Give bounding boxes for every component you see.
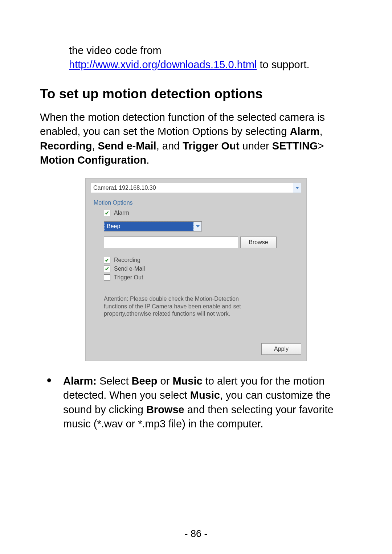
para-t6: > bbox=[318, 140, 324, 152]
trigger-option-row: ✔ Trigger Out bbox=[104, 274, 301, 281]
alarm-mode-select[interactable]: Beep bbox=[104, 221, 202, 231]
page-number: - 86 - bbox=[0, 528, 392, 539]
sendmail-checkbox[interactable]: ✔ bbox=[104, 266, 110, 272]
music-path-input[interactable] bbox=[104, 237, 238, 248]
alarm-bullet: ● Alarm: Select Beep or Music to alert y… bbox=[40, 374, 352, 431]
para-t5: under bbox=[240, 140, 272, 152]
camera-select-chevron[interactable] bbox=[293, 183, 301, 193]
document-page: the video code from http://www.xvid.org/… bbox=[0, 0, 392, 554]
intro-paragraph: the video code from http://www.xvid.org/… bbox=[69, 44, 352, 72]
sendmail-option-row: ✔ Send e-Mail bbox=[104, 266, 301, 272]
recording-option-row: ✔ Recording bbox=[104, 257, 301, 263]
para-b4: Trigger Out bbox=[183, 140, 239, 152]
apply-row: Apply bbox=[91, 343, 301, 355]
bullet-text: Alarm: Select Beep or Music to alert you… bbox=[63, 374, 352, 431]
intro-post: to support. bbox=[257, 59, 309, 70]
body-paragraph: When the motion detection function of th… bbox=[40, 110, 352, 167]
trigger-label: Trigger Out bbox=[114, 274, 143, 281]
bl-t1: Select bbox=[97, 375, 132, 387]
attention-text: Attention: Please double check the Motio… bbox=[104, 295, 256, 318]
alarm-checkbox[interactable]: ✔ bbox=[104, 210, 110, 216]
bl-b5: Browse bbox=[146, 404, 184, 415]
para-t1: When the motion detection function of th… bbox=[40, 111, 325, 137]
recording-checkbox[interactable]: ✔ bbox=[104, 257, 110, 263]
chevron-down-icon bbox=[196, 225, 200, 227]
para-b3: Send e-Mail bbox=[98, 140, 156, 152]
section-heading: To set up motion detection options bbox=[40, 86, 352, 102]
bl-b4: Music bbox=[190, 389, 220, 401]
browse-row: Browse bbox=[104, 237, 301, 248]
bl-b2: Beep bbox=[132, 375, 158, 387]
chevron-down-icon bbox=[295, 187, 299, 189]
alarm-mode-chevron[interactable] bbox=[193, 222, 201, 231]
xvid-link[interactable]: http://www.xvid.org/downloads.15.0.html bbox=[69, 59, 257, 70]
motion-config-dialog: Camera1 192.168.10.30 Motion Options ✔ A… bbox=[85, 178, 307, 361]
para-t7: . bbox=[146, 154, 149, 166]
para-t3: , bbox=[92, 140, 98, 152]
bl-b3: Music bbox=[172, 375, 202, 387]
bullet-icon: ● bbox=[40, 374, 63, 431]
browse-button[interactable]: Browse bbox=[240, 237, 277, 248]
para-t2: , bbox=[320, 126, 323, 137]
motion-options-label: Motion Options bbox=[94, 200, 301, 206]
alarm-option-row: ✔ Alarm bbox=[104, 210, 301, 216]
alarm-mode-value: Beep bbox=[104, 222, 193, 231]
camera-select[interactable]: Camera1 192.168.10.30 bbox=[91, 183, 301, 193]
para-b1: Alarm bbox=[290, 126, 319, 137]
para-t4: , and bbox=[156, 140, 183, 152]
trigger-checkbox[interactable]: ✔ bbox=[104, 274, 110, 281]
sendmail-label: Send e-Mail bbox=[114, 266, 145, 272]
bl-b1: Alarm: bbox=[63, 375, 97, 387]
bl-t2: or bbox=[158, 375, 173, 387]
recording-label: Recording bbox=[114, 257, 140, 263]
camera-select-value: Camera1 192.168.10.30 bbox=[91, 185, 293, 191]
para-b5: SETTING bbox=[272, 140, 318, 152]
alarm-label: Alarm bbox=[114, 210, 129, 216]
apply-button[interactable]: Apply bbox=[261, 343, 301, 355]
intro-pre: the video code from bbox=[69, 45, 162, 56]
para-b2: Recording bbox=[40, 140, 92, 152]
para-b6: Motion Configuration bbox=[40, 154, 146, 166]
